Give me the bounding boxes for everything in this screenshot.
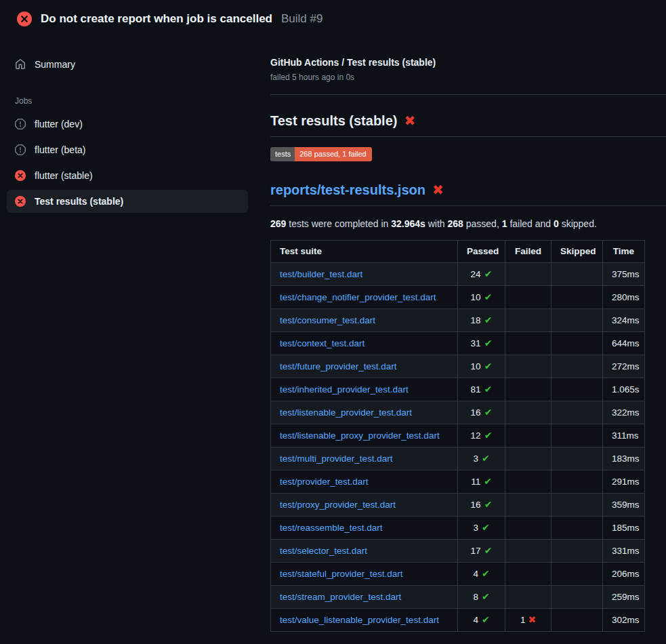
suite-link[interactable]: test/builder_test.dart: [280, 269, 362, 279]
summary-text: 269 tests were completed in 32.964s with…: [270, 218, 666, 229]
passed-cell: 16✔: [471, 500, 493, 510]
check-icon: ✔: [484, 315, 493, 325]
passed-cell: 11✔: [471, 477, 492, 487]
check-icon: ✔: [484, 291, 493, 302]
failed-count: 1: [520, 615, 526, 625]
x-circle-fill-icon: [15, 196, 26, 207]
suite-link[interactable]: test/change_notifier_provider_test.dart: [280, 292, 436, 302]
passed-count: 10: [471, 361, 481, 371]
suite-link[interactable]: test/consumer_test.dart: [280, 315, 375, 325]
suite-link[interactable]: test/reassemble_test.dart: [280, 523, 383, 533]
passed-count: 11: [471, 477, 480, 487]
job-list: flutter (dev) flutter (beta): [7, 113, 248, 213]
time-value: 272ms: [603, 355, 645, 378]
check-icon: ✔: [482, 522, 490, 533]
suite-link[interactable]: test/listenable_proxy_provider_test.dart: [280, 430, 440, 441]
suite-link[interactable]: test/inherited_provider_test.dart: [280, 384, 409, 395]
sidebar-item-job[interactable]: flutter (stable): [7, 164, 248, 187]
column-header-test-suite: Test suite: [271, 241, 458, 263]
time-value: 324ms: [603, 309, 645, 332]
suite-link[interactable]: test/provider_test.dart: [280, 477, 369, 487]
passed-cell: 4✔: [473, 615, 489, 625]
time-value: 302ms: [603, 609, 645, 632]
suite-link[interactable]: test/multi_provider_test.dart: [280, 454, 393, 464]
passed-cell: 12✔: [471, 430, 493, 441]
passed-count: 4: [473, 615, 478, 625]
suite-link[interactable]: test/value_listenable_provider_test.dart: [280, 615, 439, 625]
passed-cell: 31✔: [471, 338, 493, 348]
table-row: test/stateful_provider_test.dart 4✔ 206m…: [271, 563, 645, 586]
passed-cell: 16✔: [471, 407, 493, 418]
table-row: test/future_provider_test.dart 10✔ 272ms: [271, 355, 645, 378]
suite-link[interactable]: test/context_test.dart: [280, 338, 365, 348]
table-row: test/listenable_provider_test.dart 16✔ 3…: [271, 401, 645, 424]
time-value: 183ms: [603, 447, 645, 470]
results-table: Test suite Passed Failed Skipped Time te…: [270, 240, 645, 632]
suite-link[interactable]: test/proxy_provider_test.dart: [280, 500, 396, 510]
passed-count: 24: [471, 269, 481, 279]
check-icon: ✔: [482, 453, 490, 464]
stop-cancelled-icon: [15, 144, 26, 155]
summary-segment: tests were completed in: [286, 218, 391, 229]
suite-link[interactable]: test/stream_provider_test.dart: [280, 592, 401, 602]
table-row: test/consumer_test.dart 18✔ 324ms: [271, 309, 645, 332]
passed-count: 81: [471, 384, 481, 395]
job-label: flutter (beta): [35, 144, 85, 155]
summary-segment: 268: [448, 218, 463, 229]
passed-cell: 8✔: [473, 592, 489, 602]
check-icon: ✔: [482, 614, 490, 625]
passed-count: 31: [471, 338, 481, 348]
sidebar-item-job[interactable]: Test results (stable): [7, 190, 248, 213]
job-label: Test results (stable): [35, 196, 123, 207]
time-value: 185ms: [603, 517, 645, 540]
table-row: test/reassemble_test.dart 3✔ 185ms: [271, 517, 645, 540]
suite-link[interactable]: test/stateful_provider_test.dart: [280, 569, 403, 579]
summary-segment: 0: [554, 218, 559, 229]
x-circle-fill-icon: [15, 170, 26, 181]
check-icon: ✔: [484, 545, 493, 556]
check-icon: ✔: [484, 430, 493, 441]
cross-icon: ✖: [528, 614, 536, 625]
column-header-skipped: Skipped: [551, 241, 603, 263]
time-value: 359ms: [603, 494, 645, 517]
jobs-section-label: Jobs: [7, 96, 248, 106]
table-row: test/stream_provider_test.dart 8✔ 259ms: [271, 586, 645, 609]
badge-value: 268 passed, 1 failed: [295, 147, 371, 161]
passed-count: 18: [471, 315, 481, 325]
time-value: 311ms: [603, 424, 645, 447]
suite-link[interactable]: test/future_provider_test.dart: [280, 361, 397, 371]
passed-cell: 81✔: [471, 384, 493, 395]
passed-cell: 10✔: [471, 292, 493, 302]
table-row: test/proxy_provider_test.dart 16✔ 359ms: [271, 494, 645, 517]
check-icon: ✔: [484, 268, 493, 279]
badge-label: tests: [270, 147, 295, 161]
passed-count: 16: [471, 407, 481, 418]
cross-mark-icon: ✖: [404, 113, 415, 128]
table-row: test/provider_test.dart 11✔ 291ms: [271, 470, 645, 494]
summary-segment: failed and: [507, 218, 554, 229]
report-title: reports/test-results.json✖: [270, 182, 666, 206]
summary-segment: with: [425, 218, 448, 229]
summary-segment: passed,: [463, 218, 502, 229]
job-label: flutter (stable): [35, 170, 93, 181]
table-row: test/selector_test.dart 17✔ 331ms: [271, 540, 645, 563]
table-row: test/listenable_proxy_provider_test.dart…: [271, 424, 645, 447]
time-value: 375ms: [603, 263, 645, 286]
check-icon: ✔: [484, 384, 493, 395]
sidebar-item-job[interactable]: flutter (beta): [7, 138, 248, 161]
suite-link[interactable]: test/listenable_provider_test.dart: [280, 407, 412, 418]
sidebar-item-summary[interactable]: Summary: [7, 53, 248, 76]
sidebar-item-job[interactable]: flutter (dev): [7, 113, 248, 136]
report-title-link[interactable]: reports/test-results.json: [270, 182, 425, 197]
stop-cancelled-icon: [15, 119, 26, 129]
passed-cell: 17✔: [471, 546, 493, 556]
suite-link[interactable]: test/selector_test.dart: [280, 546, 367, 556]
passed-cell: 10✔: [471, 361, 493, 371]
breadcrumb: GitHub Actions / Test results (stable): [270, 57, 666, 68]
column-header-time: Time: [603, 241, 645, 263]
check-icon: ✔: [484, 338, 493, 348]
time-value: 1.065s: [603, 378, 645, 401]
job-label: flutter (dev): [35, 119, 83, 129]
passed-count: 4: [473, 569, 478, 579]
time-value: 331ms: [603, 540, 645, 563]
